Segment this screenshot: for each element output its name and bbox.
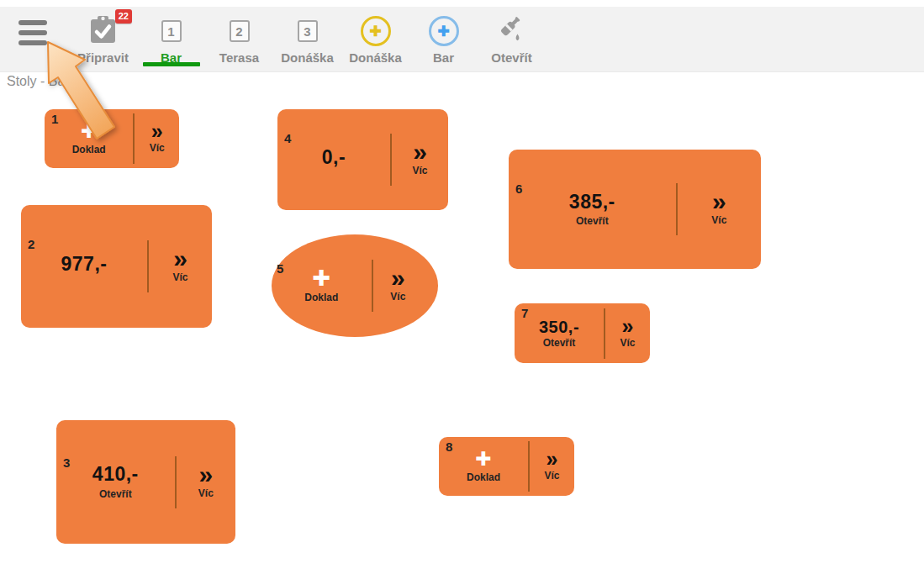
more-chevron-icon: » (198, 465, 213, 485)
table-card-7[interactable]: 7 350,- Otevřít » Víc (515, 303, 650, 363)
more-label: Víc (412, 166, 427, 176)
table-card-2[interactable]: 2 977,- » Víc (21, 205, 212, 328)
more-label: Víc (198, 488, 214, 499)
action-label: Doklad (72, 145, 106, 155)
table-more-zone[interactable]: » Víc (149, 249, 212, 283)
toolbar-item-label: Donáška (281, 50, 334, 65)
table-amount: 0,- (322, 147, 346, 168)
more-chevron-icon: » (712, 192, 726, 212)
more-label: Víc (544, 471, 559, 482)
room-number-icon: 2 (230, 20, 250, 42)
table-number: 7 (521, 306, 528, 320)
toolbar-item-add-bar[interactable]: ✚ Bar (409, 7, 478, 71)
action-label: Otevřít (576, 216, 609, 227)
table-open-zone[interactable]: 977,- (21, 254, 147, 278)
more-label: Víc (620, 338, 635, 349)
table-more-zone[interactable]: » Víc (530, 450, 574, 482)
table-number: 8 (446, 440, 452, 454)
table-doklad-zone[interactable]: ✚ Doklad (45, 122, 133, 155)
table-card-5[interactable]: 5 ✚ Doklad » Víc (272, 234, 438, 337)
toolbar-item-label: Otevřít (491, 50, 531, 65)
toolbar-item-label: Bar (433, 50, 454, 65)
toolbar-item-add-donaska[interactable]: ✚ Donáška (341, 7, 409, 71)
plus-icon: ✚ (475, 450, 491, 469)
clipboard-check-icon: 22 (89, 14, 117, 48)
room-number-icon: 3 (298, 20, 318, 42)
table-amount: 385,- (569, 192, 615, 213)
table-more-zone[interactable]: » Víc (135, 123, 179, 154)
table-number: 4 (284, 131, 291, 145)
table-more-zone[interactable]: » Víc (373, 268, 438, 303)
action-label: Doklad (467, 472, 500, 483)
hamburger-icon (18, 20, 47, 25)
table-doklad-zone[interactable]: ✚ Doklad (439, 450, 528, 483)
more-chevron-icon: » (413, 142, 427, 162)
more-chevron-icon: » (173, 249, 187, 269)
more-chevron-icon: » (622, 318, 634, 334)
table-more-zone[interactable]: » Víc (605, 318, 650, 349)
more-label: Víc (150, 143, 165, 154)
action-label: Otevřít (543, 338, 576, 349)
toolbar-item-pripravit[interactable]: 22 Připravit (69, 7, 137, 71)
table-more-zone[interactable]: » Víc (392, 142, 448, 176)
more-chevron-icon: » (151, 123, 163, 139)
table-more-zone[interactable]: » Víc (678, 192, 761, 226)
table-card-3[interactable]: 3 410,- Otevřít » Víc (56, 420, 235, 544)
table-amount: 977,- (61, 254, 108, 275)
table-open-zone[interactable]: 385,- Otevřít (509, 192, 676, 227)
more-label: Víc (390, 292, 405, 303)
table-card-4[interactable]: 4 0,- » Víc (277, 109, 448, 210)
table-number: 3 (63, 455, 70, 470)
toolbar-item-otevrit[interactable]: Otevřít (478, 7, 546, 71)
plus-circle-yellow-icon: ✚ (361, 16, 391, 46)
toolbar-item-label: Připravit (77, 50, 129, 65)
toolbar-item-label: Terasa (219, 50, 259, 65)
table-amount: 350,- (539, 318, 579, 336)
notification-badge: 22 (115, 9, 132, 24)
page-title: Stoly - Bar (7, 74, 70, 89)
table-card-8[interactable]: 8 ✚ Doklad » Víc (439, 437, 574, 496)
toolbar-item-label: Donáška (349, 50, 402, 65)
plus-circle-blue-icon: ✚ (429, 16, 459, 46)
table-amount: 410,- (92, 464, 139, 485)
bottle-drop-icon (497, 14, 527, 48)
table-more-zone[interactable]: » Víc (177, 465, 235, 499)
action-label: Doklad (304, 292, 338, 303)
more-label: Víc (172, 272, 187, 283)
toolbar-tab-terasa[interactable]: 2 Terasa (205, 7, 273, 71)
plus-icon: ✚ (81, 122, 97, 141)
table-number: 1 (51, 112, 58, 126)
toolbar: 22 Připravit 1 Bar 2 Terasa 3 Donáška (0, 7, 924, 72)
selected-tab-underline (143, 62, 200, 66)
table-doklad-zone[interactable]: ✚ Doklad (272, 267, 372, 303)
table-card-6[interactable]: 6 385,- Otevřít » Víc (509, 150, 761, 269)
toolbar-tab-bar[interactable]: 1 Bar (137, 7, 205, 71)
action-label: Otevřít (99, 489, 132, 500)
table-card-1[interactable]: 1 ✚ Doklad » Víc (45, 109, 179, 168)
more-chevron-icon: » (391, 268, 405, 288)
more-chevron-icon: » (546, 450, 558, 467)
more-label: Víc (711, 215, 726, 226)
room-number-icon: 1 (161, 20, 182, 42)
table-open-zone[interactable]: 350,- Otevřít (515, 318, 604, 349)
toolbar-tab-donaska[interactable]: 3 Donáška (273, 7, 341, 71)
table-number: 5 (277, 261, 283, 276)
table-open-zone[interactable]: 0,- (277, 147, 390, 171)
plus-icon: ✚ (312, 267, 330, 289)
table-open-zone[interactable]: 410,- Otevřít (56, 464, 175, 499)
table-number: 6 (515, 182, 522, 196)
menu-button[interactable] (18, 20, 49, 45)
table-number: 2 (28, 237, 34, 251)
toolbar-items: 22 Připravit 1 Bar 2 Terasa 3 Donáška (69, 7, 546, 71)
